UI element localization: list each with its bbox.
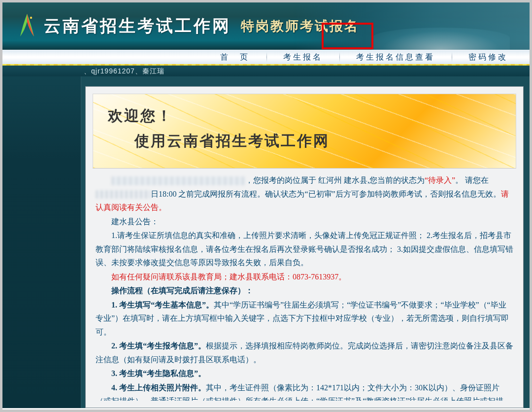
status-strip: 、qjr19961207、秦江瑞 — [2, 65, 530, 76]
main-column: 欢迎您！ 使用云南省招生考试工作网 ，您报考的岗位属于 红河州 建水县,您当前的… — [81, 76, 530, 408]
deadline-tail: 日18:00 之前完成网报所有流程。确认状态为“已初审”后方可参加特岗教师考试，… — [151, 190, 501, 198]
proc-head: 操作流程（在填写完成后请注意保存）： — [96, 284, 513, 298]
welcome-line-2: 使用云南省招生考试工作网 — [134, 131, 501, 151]
redacted-date — [96, 190, 151, 199]
site-title: 云南省招生考试工作网 — [44, 15, 231, 37]
step-1: 1. 考生填写“考生基本信息”。其中“学历证书编号”往届生必须填写；“学位证书编… — [96, 298, 513, 339]
notice-part1: ，您报考的岗位属于 红河州 建水县,您当前的状态为 — [245, 176, 425, 184]
nav-signup[interactable]: 考生报名 — [266, 50, 339, 64]
step-2: 2. 考生填“考生报考信息”。根据提示，选择填报相应特岗教师岗位。完成岗位选择后… — [96, 339, 513, 366]
county-head: 建水县公告： — [96, 215, 513, 229]
header: 云南省招生考试工作网 特岗教师考试报名 — [2, 2, 530, 50]
sidebar — [2, 76, 81, 408]
nav-bar: 首 页 考生报名 考生报名信息查看 密码修改 — [2, 50, 530, 65]
content-frame: 欢迎您！ 使用云南省招生考试工作网 ，您报考的岗位属于 红河州 建水县,您当前的… — [85, 86, 524, 408]
nav-view[interactable]: 考生报名信息查看 — [339, 50, 452, 64]
step-4: 4. 考生上传相关照片附件。其中，考生证件照（像素比为：142*171以内；文件… — [96, 381, 513, 401]
logo-icon — [17, 13, 37, 40]
main-layout: 欢迎您！ 使用云南省招生考试工作网 ，您报考的岗位属于 红河州 建水县,您当前的… — [2, 76, 530, 408]
welcome-line-1: 欢迎您！ — [108, 106, 501, 126]
notice-part2: 。 请您在 — [455, 176, 489, 184]
step-3: 3. 考生填“考生隐私信息”。 — [96, 367, 513, 380]
status-value: 待录入 — [428, 176, 452, 184]
welcome-banner: 欢迎您！ 使用云南省招生考试工作网 — [93, 94, 516, 169]
redacted-name — [111, 176, 245, 185]
sub-title: 特岗教师考试报名 — [241, 17, 359, 35]
county-body: 1.请考生保证所填信息的真实和准确，上传照片要求清晰，头像处请上传免冠正规证件照… — [96, 229, 513, 270]
nav-password[interactable]: 密码修改 — [452, 50, 525, 64]
svg-point-0 — [30, 16, 32, 18]
nav-home[interactable]: 首 页 — [203, 50, 266, 64]
notice-text: ，您报考的岗位属于 红河州 建水县,您当前的状态为“待录入”。 请您在日18:0… — [93, 169, 516, 401]
contact-line: 如有任何疑问请联系该县教育局；建水县联系电话：0873-7613937。 — [96, 270, 513, 284]
